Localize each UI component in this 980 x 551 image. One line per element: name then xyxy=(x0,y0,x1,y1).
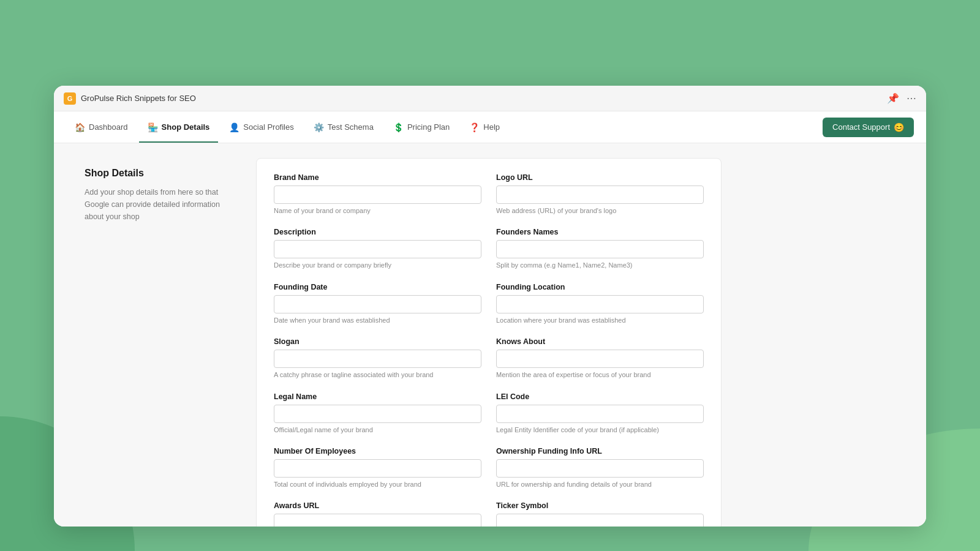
hint-lei-code: Legal Entity Identifier code of your bra… xyxy=(496,425,704,435)
input-ownership-funding-info-url[interactable] xyxy=(496,459,704,478)
nav-item-shop-details[interactable]: 🏪 Shop Details xyxy=(139,111,219,143)
field-ticker-symbol: Ticker Symbol xyxy=(496,501,704,527)
field-founders-names: Founders Names Split by comma (e.g Name1… xyxy=(496,228,704,270)
field-lei-code: LEI Code Legal Entity Identifier code of… xyxy=(496,392,704,435)
input-knows-about[interactable] xyxy=(496,350,704,368)
field-awards-url: Awards URL xyxy=(274,501,481,527)
field-logo-url: Logo URL Web address (URL) of your brand… xyxy=(496,173,704,216)
input-ticker-symbol[interactable] xyxy=(496,514,704,527)
hint-knows-about: Mention the area of expertise or focus o… xyxy=(496,370,704,380)
nav-items: 🏠 Dashboard 🏪 Shop Details 👤 Social Prof… xyxy=(66,111,508,143)
nav-label-help: Help xyxy=(483,122,500,132)
titlebar: G GroPulse Rich Snippets for SEO 📌 ⋯ xyxy=(54,86,926,111)
input-description[interactable] xyxy=(274,240,481,258)
bg-top xyxy=(0,0,980,98)
left-panel-title: Shop Details xyxy=(85,168,225,179)
field-description: Description Describe your brand or compa… xyxy=(274,228,481,270)
left-panel-description: Add your shop details from here so that … xyxy=(85,186,225,223)
field-founding-date: Founding Date Date when your brand was e… xyxy=(274,283,481,325)
pricing-plan-icon: 💲 xyxy=(393,122,404,132)
label-brand-name: Brand Name xyxy=(274,173,481,182)
browser-window: G GroPulse Rich Snippets for SEO 📌 ⋯ 🏠 D… xyxy=(54,86,926,527)
form-panel: Brand Name Name of your brand or company… xyxy=(250,143,926,527)
field-knows-about: Knows About Mention the area of expertis… xyxy=(496,337,704,380)
form-card: Brand Name Name of your brand or company… xyxy=(256,158,722,527)
label-logo-url: Logo URL xyxy=(496,173,704,182)
contact-support-emoji: 😊 xyxy=(894,122,904,132)
label-founding-location: Founding Location xyxy=(496,283,704,291)
app-icon: G xyxy=(64,92,76,105)
nav-label-dashboard: Dashboard xyxy=(89,122,128,132)
form-grid: Brand Name Name of your brand or company… xyxy=(274,173,704,527)
field-brand-name: Brand Name Name of your brand or company xyxy=(274,173,481,216)
app-title-area: G GroPulse Rich Snippets for SEO xyxy=(64,92,196,105)
dashboard-icon: 🏠 xyxy=(75,122,85,132)
contact-support-button[interactable]: Contact Support 😊 xyxy=(823,118,914,137)
input-awards-url[interactable] xyxy=(274,514,481,527)
help-icon: ❓ xyxy=(469,122,480,132)
left-panel: Shop Details Add your shop details from … xyxy=(54,143,250,527)
hint-logo-url: Web address (URL) of your brand's logo xyxy=(496,206,704,216)
hint-number-of-employees: Total count of individuals employed by y… xyxy=(274,480,481,489)
nav-label-test-schema: Test Schema xyxy=(328,122,374,132)
hint-ownership-funding-info-url: URL for ownership and funding details of… xyxy=(496,480,704,489)
field-number-of-employees: Number Of Employees Total count of indiv… xyxy=(274,447,481,489)
nav-item-social-profiles[interactable]: 👤 Social Profiles xyxy=(221,111,302,143)
input-brand-name[interactable] xyxy=(274,186,481,204)
label-awards-url: Awards URL xyxy=(274,501,481,510)
input-founding-location[interactable] xyxy=(496,295,704,313)
hint-description: Describe your brand or company briefly xyxy=(274,261,481,270)
nav-item-dashboard[interactable]: 🏠 Dashboard xyxy=(66,111,137,143)
label-legal-name: Legal Name xyxy=(274,392,481,401)
field-founding-location: Founding Location Location where your br… xyxy=(496,283,704,325)
input-founding-date[interactable] xyxy=(274,295,481,313)
main-content: Shop Details Add your shop details from … xyxy=(54,143,926,527)
contact-support-label: Contact Support xyxy=(832,122,890,132)
input-lei-code[interactable] xyxy=(496,405,704,423)
label-slogan: Slogan xyxy=(274,337,481,346)
hint-brand-name: Name of your brand or company xyxy=(274,206,481,216)
hint-founding-date: Date when your brand was established xyxy=(274,316,481,325)
label-founding-date: Founding Date xyxy=(274,283,481,291)
shop-details-icon: 🏪 xyxy=(148,122,158,132)
field-slogan: Slogan A catchy phrase or tagline associ… xyxy=(274,337,481,380)
hint-slogan: A catchy phrase or tagline associated wi… xyxy=(274,370,481,380)
more-icon[interactable]: ⋯ xyxy=(907,92,916,104)
nav-label-social-profiles: Social Profiles xyxy=(243,122,293,132)
nav-item-pricing-plan[interactable]: 💲 Pricing Plan xyxy=(385,111,458,143)
input-slogan[interactable] xyxy=(274,350,481,368)
label-knows-about: Knows About xyxy=(496,337,704,346)
test-schema-icon: ⚙️ xyxy=(314,122,324,132)
hint-founders-names: Split by comma (e.g Name1, Name2, Name3) xyxy=(496,261,704,270)
label-ownership-funding-info-url: Ownership Funding Info URL xyxy=(496,447,704,455)
app-icon-label: G xyxy=(67,95,73,102)
field-ownership-funding-info-url: Ownership Funding Info URL URL for owner… xyxy=(496,447,704,489)
pin-icon[interactable]: 📌 xyxy=(887,92,899,104)
social-profiles-icon: 👤 xyxy=(229,122,239,132)
hint-legal-name: Official/Legal name of your brand xyxy=(274,425,481,435)
titlebar-actions: 📌 ⋯ xyxy=(887,92,916,104)
input-number-of-employees[interactable] xyxy=(274,459,481,478)
hint-founding-location: Location where your brand was establishe… xyxy=(496,316,704,325)
label-founders-names: Founders Names xyxy=(496,228,704,236)
input-founders-names[interactable] xyxy=(496,240,704,258)
input-logo-url[interactable] xyxy=(496,186,704,204)
nav-item-test-schema[interactable]: ⚙️ Test Schema xyxy=(305,111,382,143)
label-ticker-symbol: Ticker Symbol xyxy=(496,501,704,510)
nav-item-help[interactable]: ❓ Help xyxy=(461,111,508,143)
label-lei-code: LEI Code xyxy=(496,392,704,401)
nav-label-shop-details: Shop Details xyxy=(162,122,210,132)
nav-label-pricing-plan: Pricing Plan xyxy=(407,122,450,132)
input-legal-name[interactable] xyxy=(274,405,481,423)
app-title: GroPulse Rich Snippets for SEO xyxy=(81,94,196,103)
label-description: Description xyxy=(274,228,481,236)
nav-bar: 🏠 Dashboard 🏪 Shop Details 👤 Social Prof… xyxy=(54,111,926,143)
field-legal-name: Legal Name Official/Legal name of your b… xyxy=(274,392,481,435)
label-number-of-employees: Number Of Employees xyxy=(274,447,481,455)
